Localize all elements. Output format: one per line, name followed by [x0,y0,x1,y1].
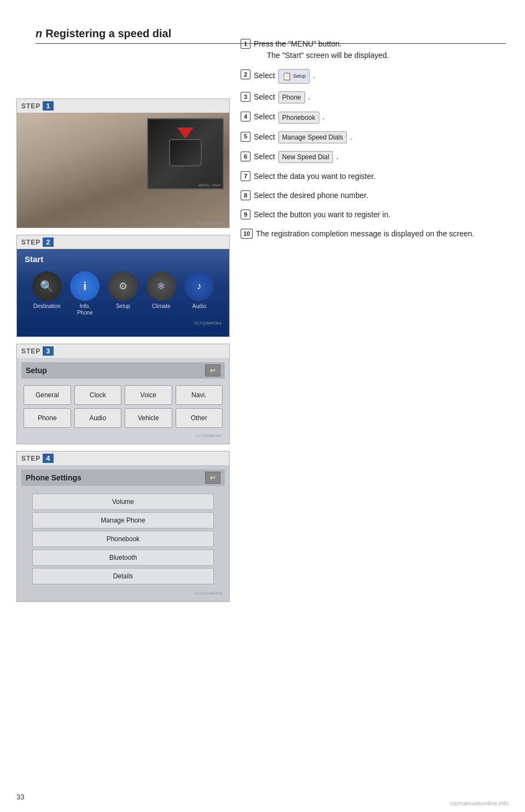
step-2-block: STEP 2 Start 🔍 Destination i [16,235,230,337]
settings-details[interactable]: Details [32,568,214,584]
instruction-6: 6 Select New Speed Dial . [241,151,509,163]
instruction-2: 2 Select 📋 Setup . [241,69,509,84]
step-circle-2: 2 [241,69,250,79]
phonebook-inline-btn: Phonebook [278,112,319,124]
instruction-4: 4 Select Phonebook . [241,111,509,123]
step-2-header: STEP 2 [17,235,229,249]
instruction-1-sub: The "Start" screen will be displayed. [254,50,509,61]
icon-info: i Info.Phone [70,271,100,316]
heading-bullet: n [36,27,42,40]
audio-icon: ♪ [184,271,214,301]
step-circle-6: 6 [241,152,250,161]
step-circle-4: 4 [241,112,250,121]
icon-climate: ❄ Climate [147,271,176,310]
instruction-5-text: Select Manage Speed Dials . [254,131,509,143]
left-column: STEP 1 MENU MAP CLYQGAR409 [16,98,230,608]
heading-title: Registering a speed dial [45,27,171,40]
step-2-screen: Start 🔍 Destination i Info.Phone [17,249,229,337]
setup-btn-clock[interactable]: Clock [74,385,122,405]
step-3-back-button[interactable]: ↩ [205,364,220,376]
phone-settings-list: Volume Manage Phone Phonebook Bluetooth … [21,490,225,588]
step-3-num: 3 [43,346,53,356]
page-number: 33 [16,793,24,801]
step-1-block: STEP 1 MENU MAP CLYQGAR409 [16,98,230,228]
instruction-4-text: Select Phonebook . [254,111,509,123]
climate-icon: ❄ [147,271,176,301]
instruction-8: 8 Select the desired phone number. [241,190,509,201]
step-1-label: STEP [21,102,40,110]
step-3-title: Setup [26,366,47,375]
step-2-code: CLYQ5AR364 [22,320,224,327]
setup-btn-voice[interactable]: Voice [125,385,172,405]
audio-label: Audio [192,303,206,310]
step-4-label: STEP [21,455,40,462]
setup-btn-general[interactable]: General [24,385,71,405]
step-2-icons: 🔍 Destination i Info.Phone ⚙ [22,271,224,316]
step-2-num: 2 [43,237,53,247]
setup-btn-vehicle[interactable]: Vehicle [125,408,172,428]
settings-volume[interactable]: Volume [32,494,214,510]
climate-label: Climate [152,303,171,310]
step-2-label: STEP [21,239,40,246]
setup-btn-phone[interactable]: Phone [24,408,71,428]
step-4-screen: Phone Settings ↩ Volume Manage Phone Pho… [17,465,229,601]
phone-inline-btn: Phone [278,91,305,103]
instruction-10: 10 The registration completion message i… [241,228,509,240]
icon-destination: 🔍 Destination [32,271,62,310]
info-label: Info.Phone [77,303,93,316]
step-circle-7: 7 [241,171,250,181]
instruction-9: 9 Select the button you want to register… [241,209,509,221]
instruction-6-text: Select New Speed Dial . [254,151,509,163]
step-3-header: STEP 3 [17,344,229,358]
step-circle-5: 5 [241,132,250,142]
setup-btn-other[interactable]: Other [176,408,223,428]
step-3-block: STEP 3 Setup ↩ General Clock Voice Navi.… [16,344,230,444]
step-1-inset: MENU MAP [147,118,224,189]
step-4-back-button[interactable]: ↩ [205,472,220,484]
step-4-code: CLYQGAR485 [21,590,225,597]
step-3-header-bar: Setup ↩ [21,362,225,379]
setup-inline-icon: 📋 Setup [278,69,310,84]
instruction-8-text: Select the desired phone number. [254,190,509,201]
watermark: carmanualsonline.info [450,800,509,807]
right-column: 1 Press the "MENU" button. The "Start" s… [241,33,509,608]
step-circle-10: 10 [241,229,253,239]
step-1-num: 1 [43,101,53,111]
instruction-7: 7 Select the data you want to register. [241,171,509,182]
page-heading: n Registering a speed dial [36,27,506,44]
instruction-3-text: Select Phone . [254,91,509,103]
settings-manage-phone[interactable]: Manage Phone [32,512,214,529]
instruction-list: 1 Press the "MENU" button. The "Start" s… [241,38,509,240]
icon-audio: ♪ Audio [184,271,214,310]
setup-btn-audio[interactable]: Audio [74,408,122,428]
step-circle-3: 3 [241,92,250,102]
destination-label: Destination [33,303,61,310]
destination-icon: 🔍 [32,271,62,301]
settings-phonebook[interactable]: Phonebook [32,531,214,547]
step-4-block: STEP 4 Phone Settings ↩ Volume Manage Ph… [16,451,230,602]
manage-speed-dials-inline-btn: Manage Speed Dials [278,131,347,143]
step-1-code: CLYQGAR409 [193,219,226,227]
step-circle-9: 9 [241,210,250,219]
instruction-9-text: Select the button you want to register i… [254,209,509,221]
step-4-num: 4 [43,454,53,463]
instruction-7-text: Select the data you want to register. [254,171,509,182]
instruction-3: 3 Select Phone . [241,91,509,103]
step-3-screen: Setup ↩ General Clock Voice Navi. Phone … [17,358,229,444]
setup-btn-navi[interactable]: Navi. [176,385,223,405]
step-4-header-bar: Phone Settings ↩ [21,469,225,486]
step-4-title: Phone Settings [26,473,81,482]
down-arrow-icon [177,127,194,138]
setup-label: Setup [116,303,130,310]
step-1-header: STEP 1 [17,99,229,113]
setup-icon: ⚙ [108,271,138,301]
icon-setup: ⚙ Setup [108,271,138,310]
settings-bluetooth[interactable]: Bluetooth [32,549,214,566]
instruction-10-text: The registration completion message is d… [256,228,509,240]
step-1-image: MENU MAP CLYQGAR409 [17,113,229,228]
step-4-header: STEP 4 [17,451,229,465]
instruction-5: 5 Select Manage Speed Dials . [241,131,509,143]
step-3-code: CLYQ5AR367 [21,432,225,439]
new-speed-dial-inline-btn: New Speed Dial [278,151,333,163]
instruction-2-text: Select 📋 Setup . [254,69,509,84]
